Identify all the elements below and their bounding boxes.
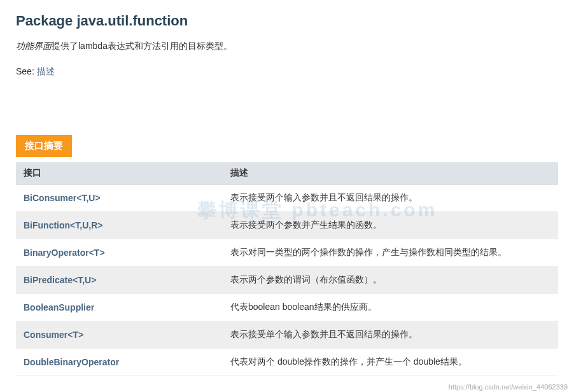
interface-desc: 代表对两个 double操作数的操作，并产生一个 double结果。 xyxy=(223,349,558,376)
interface-link-binaryoperator[interactable]: BinaryOperator<T> xyxy=(24,248,105,258)
interface-summary-table: 接口 描述 BiConsumer<T,U> 表示接受两个输入参数并且不返回结果的… xyxy=(16,162,558,376)
table-row: Consumer<T> 表示接受单个输入参数并且不返回结果的操作。 xyxy=(16,321,558,349)
interface-link-booleansupplier[interactable]: BooleanSupplier xyxy=(24,302,94,312)
interface-link-bipredicate[interactable]: BiPredicate<T,U> xyxy=(24,275,96,285)
footer-watermark: https://blog.csdn.net/weixin_44062339 xyxy=(449,383,568,389)
interface-desc: 代表boolean boolean结果的供应商。 xyxy=(223,294,558,321)
see-label: See: xyxy=(16,66,37,76)
package-description: 功能界面提供了lambda表达式和方法引用的目标类型。 xyxy=(16,41,558,52)
description-italic: 功能界面 xyxy=(16,41,52,51)
table-row: BooleanSupplier 代表boolean boolean结果的供应商。 xyxy=(16,294,558,321)
interface-summary-header: 接口摘要 xyxy=(16,135,72,157)
see-line: See: 描述 xyxy=(16,66,558,78)
table-header-row: 接口 描述 xyxy=(16,162,558,185)
interface-desc: 表示两个参数的谓词（布尔值函数）。 xyxy=(223,267,558,294)
table-row: BinaryOperator<T> 表示对同一类型的两个操作数的操作，产生与操作… xyxy=(16,239,558,267)
interface-desc: 表示对同一类型的两个操作数的操作，产生与操作数相同类型的结果。 xyxy=(223,239,558,267)
col-header-interface: 接口 xyxy=(16,162,223,185)
see-description-link[interactable]: 描述 xyxy=(37,66,55,76)
table-row: BiPredicate<T,U> 表示两个参数的谓词（布尔值函数）。 xyxy=(16,267,558,294)
interface-link-doublebinaryoperator[interactable]: DoubleBinaryOperator xyxy=(24,357,119,367)
interface-link-consumer[interactable]: Consumer<T> xyxy=(24,330,83,340)
interface-desc: 表示接受单个输入参数并且不返回结果的操作。 xyxy=(223,321,558,349)
col-header-description: 描述 xyxy=(223,162,558,185)
interface-desc: 表示接受两个参数并产生结果的函数。 xyxy=(223,212,558,239)
table-row: BiConsumer<T,U> 表示接受两个输入参数并且不返回结果的操作。 xyxy=(16,185,558,212)
table-row: DoubleBinaryOperator 代表对两个 double操作数的操作，… xyxy=(16,349,558,376)
interface-link-biconsumer[interactable]: BiConsumer<T,U> xyxy=(24,193,101,203)
interface-desc: 表示接受两个输入参数并且不返回结果的操作。 xyxy=(223,185,558,212)
table-row: BiFunction<T,U,R> 表示接受两个参数并产生结果的函数。 xyxy=(16,212,558,239)
interface-link-bifunction[interactable]: BiFunction<T,U,R> xyxy=(24,220,102,230)
page-title: Package java.util.function xyxy=(16,13,558,29)
description-rest: 提供了lambda表达式和方法引用的目标类型。 xyxy=(52,41,232,51)
